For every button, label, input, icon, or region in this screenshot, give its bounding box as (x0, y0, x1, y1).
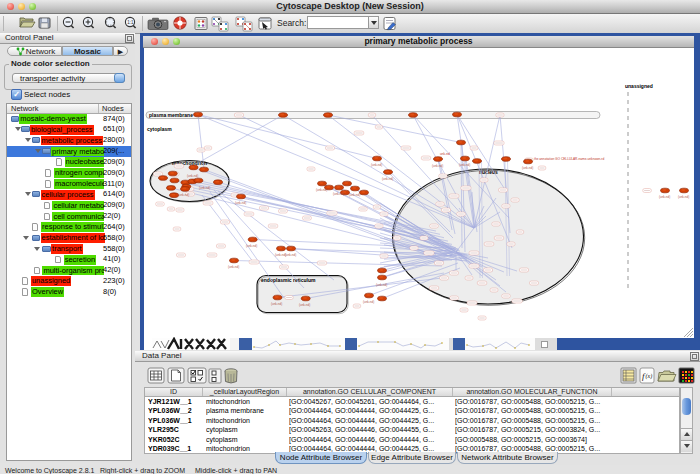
svg-text:(unk-nd): (unk-nd) (299, 303, 310, 307)
svg-text:(unk-nd): (unk-nd) (316, 188, 327, 192)
svg-text:(unk-nd): (unk-nd) (363, 300, 374, 304)
svg-text:(unk-nd): (unk-nd) (432, 164, 443, 168)
svg-text:(unk-nd): (unk-nd) (187, 174, 198, 178)
svg-text:1:1: 1:1 (127, 20, 134, 25)
svg-text:(unk-nd): (unk-nd) (659, 195, 670, 199)
svg-text:(unk-nd): (unk-nd) (678, 195, 689, 199)
svg-text:(unk-nd): (unk-nd) (382, 177, 393, 181)
svg-text:unk-nd: unk-nd (440, 152, 450, 156)
svg-text:cytoplasm: cytoplasm (147, 126, 172, 132)
svg-text:(unk-nd): (unk-nd) (228, 265, 239, 269)
svg-text:(unk-nd): (unk-nd) (178, 193, 189, 197)
svg-text:(unk-nd): (unk-nd) (333, 192, 344, 196)
svg-text:(unk-nd): (unk-nd) (285, 253, 296, 257)
svg-text:(unk-nd): (unk-nd) (235, 201, 246, 205)
svg-text:(unk-nd): (unk-nd) (371, 163, 382, 167)
svg-text:(unk-nd): (unk-nd) (522, 166, 533, 170)
svg-text:the annotation GO CELLULAR-nam: the annotation GO CELLULAR-name-unknown-… (534, 157, 604, 161)
svg-text:(unk-nd): (unk-nd) (349, 193, 360, 197)
svg-text:(unk-nd): (unk-nd) (199, 186, 210, 190)
svg-text:(unk-nd): (unk-nd) (459, 163, 470, 167)
svg-text:(unk-nd): (unk-nd) (376, 283, 387, 287)
svg-text:(unk-nd): (unk-nd) (246, 244, 257, 248)
svg-text:(x): (x) (646, 373, 653, 380)
svg-text:plasma membrane: plasma membrane (149, 112, 193, 118)
svg-text:(unk-nd): (unk-nd) (271, 302, 282, 306)
svg-text:unassigned: unassigned (625, 83, 653, 89)
